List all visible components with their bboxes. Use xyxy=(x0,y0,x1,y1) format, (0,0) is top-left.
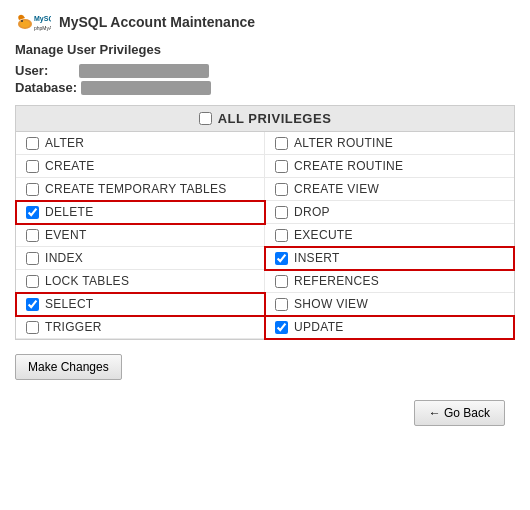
privilege-cell: ALTER xyxy=(16,132,265,155)
privilege-label-insert[interactable]: INSERT xyxy=(294,251,340,265)
privilege-label-update[interactable]: UPDATE xyxy=(294,320,344,334)
privilege-label-alter[interactable]: ALTER xyxy=(45,136,84,150)
privilege-checkbox-index[interactable] xyxy=(26,252,39,265)
user-info: User: Database: xyxy=(15,63,515,95)
privilege-cell: ALTER ROUTINE xyxy=(265,132,514,155)
svg-text:phpMyAdmin: phpMyAdmin xyxy=(34,25,51,31)
privilege-checkbox-show_view[interactable] xyxy=(275,298,288,311)
all-privileges-row: ALL PRIVILEGES xyxy=(16,106,514,132)
privilege-cell: DELETE xyxy=(16,201,265,224)
privilege-label-execute[interactable]: EXECUTE xyxy=(294,228,353,242)
privilege-cell: DROP xyxy=(265,201,514,224)
database-label: Database: xyxy=(15,80,77,95)
privilege-cell: SELECT xyxy=(16,293,265,316)
privilege-cell: EXECUTE xyxy=(265,224,514,247)
privilege-cell: CREATE ROUTINE xyxy=(265,155,514,178)
footer: ← Go Back xyxy=(15,400,515,426)
privilege-grid: ALTERALTER ROUTINECREATECREATE ROUTINECR… xyxy=(16,132,514,339)
privilege-label-index[interactable]: INDEX xyxy=(45,251,83,265)
privilege-checkbox-alter_routine[interactable] xyxy=(275,137,288,150)
make-changes-button[interactable]: Make Changes xyxy=(15,354,122,380)
all-privileges-label[interactable]: ALL PRIVILEGES xyxy=(218,111,332,126)
svg-point-3 xyxy=(21,20,23,22)
privilege-label-lock_tables[interactable]: LOCK TABLES xyxy=(45,274,129,288)
user-row: User: xyxy=(15,63,515,78)
privilege-checkbox-create_routine[interactable] xyxy=(275,160,288,173)
privilege-cell: CREATE xyxy=(16,155,265,178)
privilege-cell: CREATE TEMPORARY TABLES xyxy=(16,178,265,201)
privilege-checkbox-insert[interactable] xyxy=(275,252,288,265)
privilege-checkbox-execute[interactable] xyxy=(275,229,288,242)
privilege-label-create_view[interactable]: CREATE VIEW xyxy=(294,182,379,196)
privilege-checkbox-lock_tables[interactable] xyxy=(26,275,39,288)
privilege-cell: TRIGGER xyxy=(16,316,265,339)
privilege-checkbox-create_temp[interactable] xyxy=(26,183,39,196)
privilege-checkbox-update[interactable] xyxy=(275,321,288,334)
privilege-label-trigger[interactable]: TRIGGER xyxy=(45,320,102,334)
privilege-label-show_view[interactable]: SHOW VIEW xyxy=(294,297,368,311)
privilege-label-alter_routine[interactable]: ALTER ROUTINE xyxy=(294,136,393,150)
go-back-button[interactable]: ← Go Back xyxy=(414,400,505,426)
privilege-cell: REFERENCES xyxy=(265,270,514,293)
privilege-cell: EVENT xyxy=(16,224,265,247)
privilege-checkbox-references[interactable] xyxy=(275,275,288,288)
privilege-cell: LOCK TABLES xyxy=(16,270,265,293)
svg-text:MySQL: MySQL xyxy=(34,15,51,23)
privilege-label-event[interactable]: EVENT xyxy=(45,228,87,242)
privilege-checkbox-alter[interactable] xyxy=(26,137,39,150)
privilege-label-create_routine[interactable]: CREATE ROUTINE xyxy=(294,159,403,173)
privilege-cell: SHOW VIEW xyxy=(265,293,514,316)
privilege-checkbox-select[interactable] xyxy=(26,298,39,311)
privilege-checkbox-create[interactable] xyxy=(26,160,39,173)
privileges-container: ALL PRIVILEGES ALTERALTER ROUTINECREATEC… xyxy=(15,105,515,340)
database-value xyxy=(81,81,211,95)
privilege-label-select[interactable]: SELECT xyxy=(45,297,93,311)
privilege-label-references[interactable]: REFERENCES xyxy=(294,274,379,288)
section-title: Manage User Privileges xyxy=(15,42,515,57)
privilege-label-delete[interactable]: DELETE xyxy=(45,205,93,219)
privilege-label-create[interactable]: CREATE xyxy=(45,159,95,173)
user-label: User: xyxy=(15,63,75,78)
page-header: MySQL phpMyAdmin MySQL Account Maintenan… xyxy=(15,10,515,34)
privilege-checkbox-delete[interactable] xyxy=(26,206,39,219)
all-privileges-checkbox[interactable] xyxy=(199,112,212,125)
privilege-checkbox-event[interactable] xyxy=(26,229,39,242)
privilege-checkbox-create_view[interactable] xyxy=(275,183,288,196)
privilege-cell: INDEX xyxy=(16,247,265,270)
privilege-cell: INSERT xyxy=(265,247,514,270)
privilege-checkbox-drop[interactable] xyxy=(275,206,288,219)
privilege-checkbox-trigger[interactable] xyxy=(26,321,39,334)
privilege-label-drop[interactable]: DROP xyxy=(294,205,330,219)
privilege-cell: UPDATE xyxy=(265,316,514,339)
privilege-label-create_temp[interactable]: CREATE TEMPORARY TABLES xyxy=(45,182,227,196)
privilege-cell: CREATE VIEW xyxy=(265,178,514,201)
mysql-logo-icon: MySQL phpMyAdmin xyxy=(15,10,51,34)
user-value xyxy=(79,64,209,78)
page-title: MySQL Account Maintenance xyxy=(59,14,255,30)
database-row: Database: xyxy=(15,80,515,95)
